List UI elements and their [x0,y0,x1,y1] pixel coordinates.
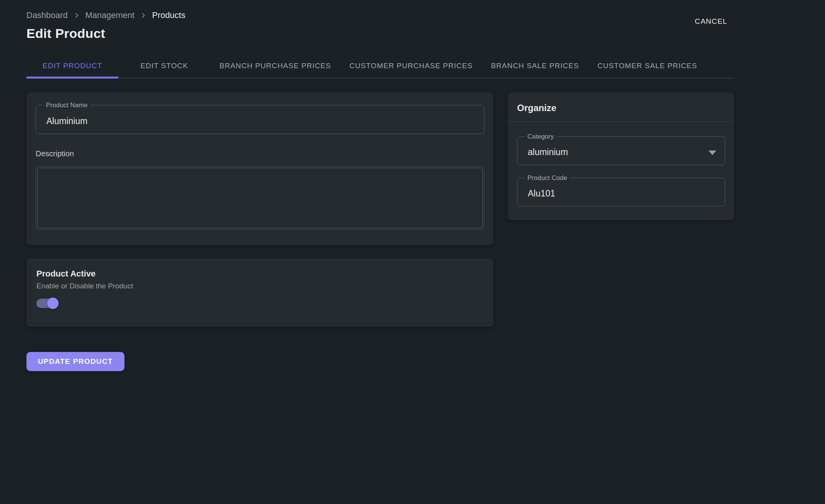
description-editor-frame [36,166,485,230]
page-title: Edit Product [26,25,185,42]
chevron-right-icon [140,12,147,19]
chevron-right-icon [73,12,80,19]
category-field-outline: Category aluminium [517,133,725,165]
product-active-toggle[interactable] [36,297,59,310]
header-left: Dashboard Management Products Edit Produ… [26,10,185,42]
tab-bar: EDIT PRODUCT EDIT STOCK BRANCH PURCHASE … [26,54,734,79]
category-select[interactable]: aluminium [517,140,725,165]
organize-card: Organize Category aluminium Product Code [508,92,734,220]
breadcrumb: Dashboard Management Products [26,10,185,21]
left-column: Product Name Description Product Active … [26,92,493,371]
product-name-field-outline: Product Name [36,102,485,134]
product-code-input[interactable] [517,182,725,206]
description-textarea[interactable] [37,168,483,228]
tab-edit-product[interactable]: EDIT PRODUCT [26,54,118,78]
product-details-card: Product Name Description [26,92,493,245]
chevron-down-icon [709,151,716,155]
product-name-input[interactable] [36,109,484,134]
page-container: Dashboard Management Products Edit Produ… [26,0,734,371]
product-active-card: Product Active Enable or Disable the Pro… [26,259,493,327]
tab-branch-purchase-prices[interactable]: BRANCH PURCHASE PRICES [210,54,340,78]
product-code-label: Product Code [525,175,570,182]
product-code-field-outline: Product Code [517,175,725,206]
breadcrumb-item-products[interactable]: Products [152,10,185,21]
toggle-thumb [47,298,59,309]
description-label: Description [36,149,485,159]
cancel-button[interactable]: CANCEL [692,15,730,28]
product-active-subtitle: Enable or Disable the Product [36,281,483,291]
tab-branch-sale-prices[interactable]: BRANCH SALE PRICES [482,54,588,78]
tab-customer-purchase-prices[interactable]: CUSTOMER PURCHASE PRICES [340,54,482,78]
breadcrumb-item-management[interactable]: Management [85,10,134,21]
tab-edit-stock[interactable]: EDIT STOCK [118,54,210,78]
update-product-button[interactable]: UPDATE PRODUCT [26,352,124,371]
page-header: Dashboard Management Products Edit Produ… [26,10,734,42]
organize-title: Organize [508,92,734,121]
right-column: Organize Category aluminium Product Code [508,92,734,220]
content-area: Product Name Description Product Active … [26,92,734,371]
breadcrumb-item-dashboard[interactable]: Dashboard [26,10,68,21]
product-active-title: Product Active [36,268,483,279]
organize-body: Category aluminium Product Code [508,122,734,220]
category-label: Category [525,133,557,140]
tab-customer-sale-prices[interactable]: CUSTOMER SALE PRICES [588,54,706,78]
category-selected-value: aluminium [528,147,568,157]
product-name-label: Product Name [43,102,90,109]
